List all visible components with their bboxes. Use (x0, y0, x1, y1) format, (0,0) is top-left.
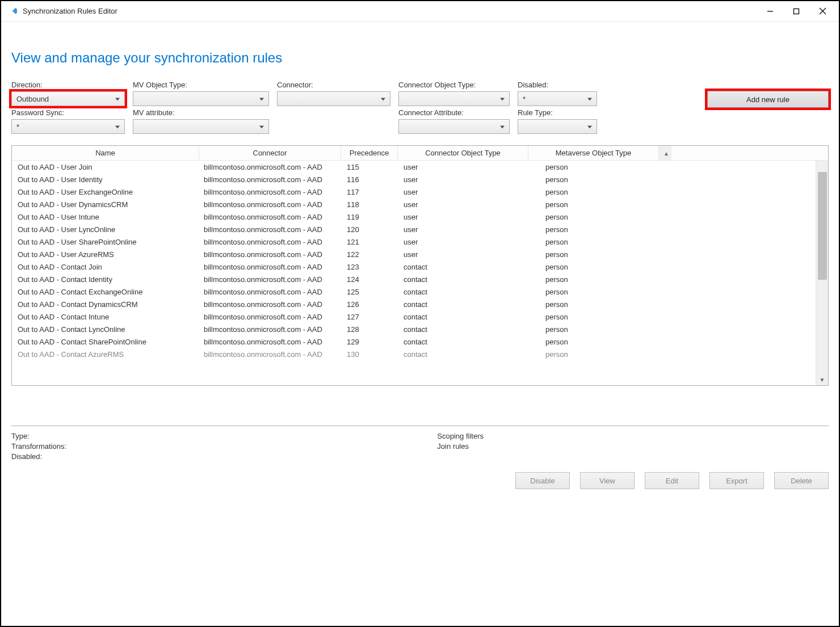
col-connector[interactable]: Connector (199, 146, 341, 160)
connector-object-type-dropdown[interactable] (398, 91, 510, 106)
cell-scroll-gutter (659, 323, 671, 335)
table-body: Out to AAD - User Joinbillmcontoso.onmic… (12, 161, 828, 385)
table-row[interactable]: Out to AAD - Contact AzureRMSbillmcontos… (12, 348, 828, 360)
cell-scroll-gutter (659, 173, 671, 186)
cell-name: Out to AAD - Contact Join (12, 260, 199, 273)
mv-attribute-dropdown[interactable] (133, 119, 269, 134)
cell-scroll-gutter (659, 260, 671, 273)
cell-scroll-gutter (659, 235, 671, 248)
table-row[interactable]: Out to AAD - User Intunebillmcontoso.onm… (12, 211, 828, 223)
connector-attribute-dropdown[interactable] (398, 119, 510, 134)
cell-connector: billmcontoso.onmicrosoft.com - AAD (199, 235, 341, 248)
separator (11, 426, 829, 426)
cell-connector-object-type: contact (398, 298, 528, 310)
cell-precedence: 126 (341, 298, 398, 310)
maximize-button[interactable] (783, 2, 809, 20)
rules-table: Name Connector Precedence Connector Obje… (11, 145, 829, 386)
cell-connector-object-type: contact (398, 335, 528, 348)
password-sync-value: * (16, 123, 19, 131)
table-row[interactable]: Out to AAD - Contact LyncOnlinebillmcont… (12, 323, 828, 335)
disable-button[interactable]: Disable (515, 472, 570, 489)
disable-label: Disable (530, 477, 555, 485)
direction-dropdown[interactable]: Outbound (11, 91, 125, 106)
mv-object-type-label: MV Object Type: (133, 81, 269, 89)
cell-metaverse-object-type: person (528, 235, 659, 248)
table-row[interactable]: Out to AAD - User ExchangeOnlinebillmcon… (12, 186, 828, 198)
cell-connector: billmcontoso.onmicrosoft.com - AAD (199, 260, 341, 273)
cell-precedence: 124 (341, 273, 398, 285)
scroll-thumb[interactable] (818, 172, 827, 280)
cell-name: Out to AAD - User Join (12, 161, 199, 173)
cell-metaverse-object-type: person (528, 348, 659, 360)
table-row[interactable]: Out to AAD - User LyncOnlinebillmcontoso… (12, 223, 828, 235)
cell-precedence: 121 (341, 235, 398, 248)
cell-scroll-gutter (659, 285, 671, 298)
cell-metaverse-object-type: person (528, 298, 659, 310)
connector-dropdown[interactable] (277, 91, 390, 106)
col-precedence[interactable]: Precedence (341, 146, 398, 160)
window-controls (757, 2, 835, 20)
table-row[interactable]: Out to AAD - User Identitybillmcontoso.o… (12, 173, 828, 186)
cell-scroll-gutter (659, 211, 671, 223)
cell-scroll-gutter (659, 273, 671, 285)
cell-connector: billmcontoso.onmicrosoft.com - AAD (199, 310, 341, 323)
disabled-dropdown[interactable]: * (518, 91, 597, 106)
cell-metaverse-object-type: person (528, 285, 659, 298)
cell-metaverse-object-type: person (528, 223, 659, 235)
cell-metaverse-object-type: person (528, 173, 659, 186)
password-sync-dropdown[interactable]: * (11, 119, 125, 134)
cell-scroll-gutter (659, 198, 671, 211)
rule-type-dropdown[interactable] (518, 119, 597, 134)
export-button[interactable]: Export (709, 472, 764, 489)
mv-object-type-dropdown[interactable] (133, 91, 269, 106)
cell-connector-object-type: user (398, 198, 528, 211)
window: Synchronization Rules Editor View and ma… (0, 0, 840, 627)
cell-name: Out to AAD - User DynamicsCRM (12, 198, 199, 211)
cell-name: Out to AAD - User Identity (12, 173, 199, 186)
cell-name: Out to AAD - User LyncOnline (12, 223, 199, 235)
col-name[interactable]: Name (12, 146, 199, 160)
cell-scroll-gutter (659, 348, 671, 360)
cell-scroll-gutter (659, 310, 671, 323)
cell-connector-object-type: contact (398, 310, 528, 323)
table-row[interactable]: Out to AAD - User Joinbillmcontoso.onmic… (12, 161, 828, 173)
chevron-down-icon: ▼ (820, 377, 825, 383)
direction-value: Outbound (16, 95, 49, 103)
view-button[interactable]: View (580, 472, 635, 489)
table-row[interactable]: Out to AAD - User AzureRMSbillmcontoso.o… (12, 248, 828, 260)
mv-attribute-label: MV attribute: (133, 108, 269, 117)
table-row[interactable]: Out to AAD - User DynamicsCRMbillmcontos… (12, 198, 828, 211)
detail-join-rules: Join rules (437, 442, 484, 451)
close-button[interactable] (809, 2, 835, 20)
cell-connector-object-type: user (398, 223, 528, 235)
table-row[interactable]: Out to AAD - User SharePointOnlinebillmc… (12, 235, 828, 248)
table-row[interactable]: Out to AAD - Contact Joinbillmcontoso.on… (12, 260, 828, 273)
add-new-rule-button[interactable]: Add new rule (707, 91, 829, 108)
cell-metaverse-object-type: person (528, 310, 659, 323)
table-row[interactable]: Out to AAD - Contact DynamicsCRMbillmcon… (12, 298, 828, 310)
table-row[interactable]: Out to AAD - Contact ExchangeOnlinebillm… (12, 285, 828, 298)
scroll-down-arrow[interactable]: ▼ (816, 374, 829, 385)
col-metaverse-object-type[interactable]: Metaverse Object Type (528, 146, 659, 160)
svg-rect-0 (12, 7, 17, 14)
details-panel: Type: Transformations: Disabled: Scoping… (11, 432, 829, 461)
table-row[interactable]: Out to AAD - Contact SharePointOnlinebil… (12, 335, 828, 348)
table-row[interactable]: Out to AAD - Contact Identitybillmcontos… (12, 273, 828, 285)
detail-type: Type: (11, 432, 66, 440)
cell-scroll-gutter (659, 223, 671, 235)
edit-button[interactable]: Edit (645, 472, 699, 489)
cell-metaverse-object-type: person (528, 323, 659, 335)
minimize-button[interactable] (757, 2, 783, 20)
table-row[interactable]: Out to AAD - Contact Intunebillmcontoso.… (12, 310, 828, 323)
cell-metaverse-object-type: person (528, 161, 659, 173)
col-connector-object-type[interactable]: Connector Object Type (398, 146, 528, 160)
cell-metaverse-object-type: person (528, 198, 659, 211)
cell-precedence: 130 (341, 348, 398, 360)
cell-precedence: 127 (341, 310, 398, 323)
scrollbar[interactable]: ▼ (816, 161, 828, 385)
cell-metaverse-object-type: person (528, 186, 659, 198)
view-label: View (599, 477, 615, 485)
delete-button[interactable]: Delete (774, 472, 829, 489)
cell-connector: billmcontoso.onmicrosoft.com - AAD (199, 173, 341, 186)
scrollbar-top-arrow[interactable]: ▲ (659, 146, 671, 160)
